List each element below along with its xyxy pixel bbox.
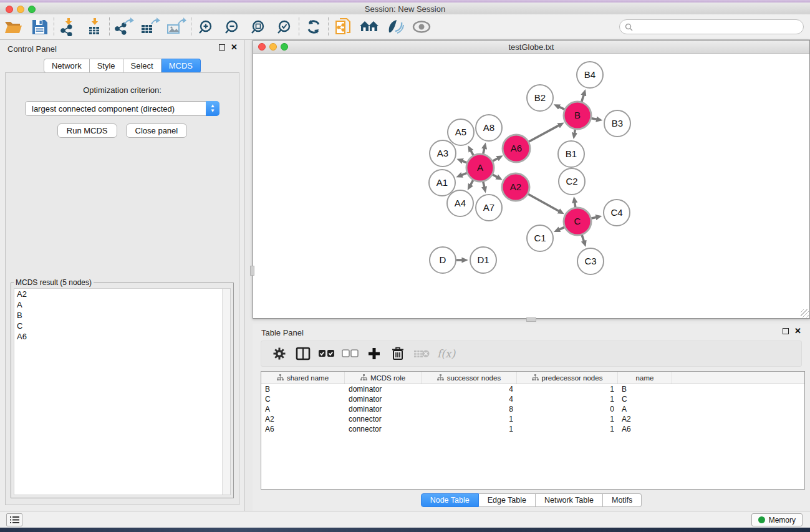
scrollbar[interactable] (222, 289, 230, 495)
toggle-visual-style-icon[interactable] (382, 16, 408, 37)
float-panel-icon[interactable] (783, 328, 789, 334)
edge-B-B4[interactable] (582, 95, 584, 103)
node-table[interactable]: shared nameMCDS rolesuccessor nodesprede… (261, 371, 805, 490)
edge-A2-C[interactable] (528, 194, 559, 211)
node-B1[interactable]: B1 (558, 141, 584, 167)
node-C1[interactable]: C1 (527, 225, 553, 251)
column-header-MCDS-role[interactable]: MCDS role (345, 372, 422, 384)
cell-predecessor_nodes[interactable]: 1 (517, 414, 618, 424)
splitter-handle[interactable] (250, 266, 254, 276)
zoom-in-icon[interactable] (193, 16, 219, 37)
column-layout-icon[interactable] (291, 343, 315, 364)
show-hide-icon[interactable] (408, 16, 435, 37)
cell-shared_name[interactable]: A2 (261, 414, 345, 424)
zoom-fit-icon[interactable] (245, 16, 271, 37)
tab-node-table[interactable]: Node Table (421, 493, 479, 507)
criterion-dropdown[interactable]: largest connected component (directed) ▲… (25, 101, 219, 116)
close-panel-button[interactable]: Close panel (126, 123, 188, 138)
node-A2[interactable]: A2 (502, 173, 529, 201)
export-image-icon[interactable] (163, 16, 190, 37)
table-row[interactable]: A6connector11A6 (261, 424, 804, 434)
task-history-button[interactable] (6, 513, 22, 526)
network-window-titlebar[interactable]: testGlobe.txt (253, 41, 809, 54)
node-A3[interactable]: A3 (430, 140, 456, 167)
select-all-icon[interactable] (315, 343, 339, 364)
cell-shared_name[interactable]: C (261, 394, 345, 404)
cell-successor_nodes[interactable]: 4 (422, 394, 517, 404)
node-A7[interactable]: A7 (476, 195, 502, 221)
cell-mcds_role[interactable]: dominator (345, 394, 422, 404)
import-table-icon[interactable] (82, 16, 108, 37)
zoom-out-icon[interactable] (219, 16, 245, 37)
zoom-selected-icon[interactable] (271, 16, 297, 37)
table-row[interactable]: Adominator80A (261, 404, 804, 414)
save-session-icon[interactable] (26, 16, 52, 37)
search-input[interactable] (633, 21, 803, 33)
table-row[interactable]: A2connector11A2 (261, 414, 804, 424)
tab-mcds[interactable]: MCDS (162, 59, 201, 73)
cell-predecessor_nodes[interactable]: 1 (517, 394, 618, 404)
memory-button[interactable]: Memory (751, 513, 803, 526)
cell-shared_name[interactable]: A6 (261, 424, 345, 434)
cell-name[interactable]: A6 (618, 424, 672, 434)
cell-successor_nodes[interactable]: 8 (422, 404, 517, 414)
tab-motifs[interactable]: Motifs (603, 493, 642, 507)
column-header-predecessor-nodes[interactable]: predecessor nodes (517, 372, 618, 384)
cell-mcds_role[interactable]: connector (345, 424, 422, 434)
tab-select[interactable]: Select (123, 59, 162, 73)
search-box[interactable] (619, 19, 804, 34)
deselect-all-icon[interactable] (339, 343, 362, 364)
node-A5[interactable]: A5 (448, 119, 474, 145)
cell-predecessor_nodes[interactable]: 1 (517, 424, 618, 434)
cell-name[interactable]: C (618, 394, 672, 404)
export-table-icon[interactable] (137, 16, 163, 37)
tab-style[interactable]: Style (90, 59, 123, 73)
resize-grip[interactable] (801, 309, 809, 317)
add-column-icon[interactable] (362, 343, 386, 364)
table-row[interactable]: Bdominator41B (261, 384, 804, 394)
table-row[interactable]: Cdominator41C (261, 394, 804, 404)
mcds-result-list[interactable]: A2ABCA6 (14, 288, 231, 495)
cell-name[interactable]: A2 (618, 414, 672, 424)
home-layout-icon[interactable] (356, 16, 382, 37)
cell-successor_nodes[interactable]: 1 (422, 414, 517, 424)
tab-network-table[interactable]: Network Table (536, 493, 603, 507)
cell-successor_nodes[interactable]: 4 (422, 384, 517, 394)
node-A[interactable]: A (466, 154, 494, 181)
node-B[interactable]: B (564, 102, 591, 129)
node-B4[interactable]: B4 (577, 62, 603, 88)
edge-A6-B[interactable] (528, 125, 559, 142)
tab-edge-table[interactable]: Edge Table (479, 493, 536, 507)
node-C3[interactable]: C3 (577, 248, 604, 274)
tab-network[interactable]: Network (44, 59, 90, 73)
node-D1[interactable]: D1 (470, 247, 496, 273)
cell-predecessor_nodes[interactable]: 1 (517, 384, 618, 394)
mcds-result-item[interactable]: C (14, 321, 230, 331)
node-B3[interactable]: B3 (604, 110, 630, 137)
cell-shared_name[interactable]: B (261, 384, 345, 394)
float-panel-icon[interactable] (219, 44, 225, 51)
node-A8[interactable]: A8 (476, 115, 502, 141)
cell-mcds_role[interactable]: dominator (345, 384, 422, 394)
gear-icon[interactable] (268, 343, 291, 364)
column-header-successor-nodes[interactable]: successor nodes (422, 372, 517, 384)
refresh-icon[interactable] (301, 16, 327, 37)
cell-shared_name[interactable]: A (261, 404, 345, 414)
cell-successor_nodes[interactable]: 1 (422, 424, 517, 434)
delete-column-icon[interactable] (386, 343, 410, 364)
network-canvas[interactable]: B4B2BB3A8A5A6A3B1AC2A1A2A4A7C4CC1C3DD1 (253, 54, 809, 318)
column-header-name[interactable]: name (618, 372, 672, 384)
edge-C-C3[interactable] (582, 235, 584, 241)
cell-name[interactable]: B (618, 384, 672, 394)
cell-name[interactable]: A (618, 404, 672, 414)
node-D[interactable]: D (430, 247, 456, 273)
close-panel-icon[interactable]: ✕ (231, 44, 238, 51)
node-A6[interactable]: A6 (503, 135, 530, 162)
node-C2[interactable]: C2 (559, 168, 585, 195)
import-network-icon[interactable] (55, 16, 82, 37)
edge-B-B2[interactable] (559, 107, 565, 109)
open-session-icon[interactable] (0, 16, 26, 37)
splitter-handle[interactable] (526, 317, 536, 322)
mcds-result-item[interactable]: A2 (14, 289, 230, 299)
mcds-result-item[interactable]: A6 (14, 331, 230, 342)
